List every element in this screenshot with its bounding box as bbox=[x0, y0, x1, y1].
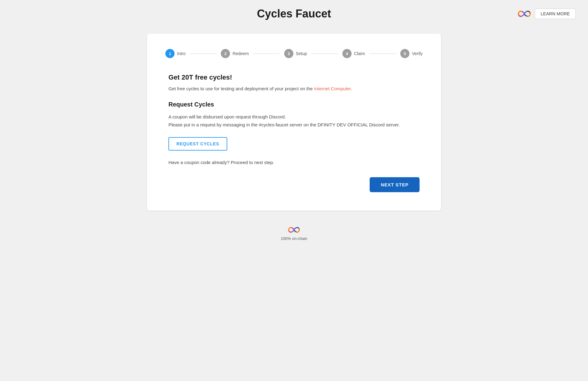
main-container: 1 Intro 2 Redeem 3 Setup 4 bbox=[0, 28, 588, 217]
request-cycles-button[interactable]: REQUEST CYCLES bbox=[168, 137, 227, 151]
step-4-circle: 4 bbox=[342, 49, 352, 58]
step-line-4 bbox=[369, 54, 396, 54]
step-1: 1 Intro bbox=[165, 49, 186, 58]
step-4-label: Claim bbox=[354, 51, 365, 56]
step-line-1 bbox=[190, 54, 217, 54]
coupon-note: Have a coupon code already? Proceed to n… bbox=[168, 160, 420, 165]
header-right: LEARN MORE bbox=[518, 9, 576, 19]
step-3-number: 3 bbox=[288, 51, 290, 56]
step-5: 5 Verify bbox=[400, 49, 423, 58]
step-5-label: Verify bbox=[412, 51, 423, 56]
step-2-label: Redeem bbox=[232, 51, 249, 56]
step-line-2 bbox=[253, 54, 280, 54]
page-title: Cycles Faucet bbox=[257, 7, 331, 20]
step-2-number: 2 bbox=[224, 51, 227, 56]
learn-more-button[interactable]: LEARN MORE bbox=[535, 9, 576, 19]
step-1-number: 1 bbox=[169, 51, 171, 56]
infinity-logo-footer bbox=[288, 226, 300, 234]
step-1-label: Intro bbox=[177, 51, 186, 56]
step-5-circle: 5 bbox=[400, 49, 409, 58]
step-5-number: 5 bbox=[404, 51, 406, 56]
step-2-circle: 2 bbox=[221, 49, 230, 58]
request-section-title: Request Cycles bbox=[168, 101, 420, 108]
infinity-logo-header bbox=[518, 9, 531, 18]
footer-text: 100% on-chain bbox=[281, 236, 307, 241]
main-title: Get 20T free cycles! bbox=[168, 73, 420, 81]
steps-progress: 1 Intro 2 Redeem 3 Setup 4 bbox=[165, 49, 423, 58]
header: Cycles Faucet LEARN MORE bbox=[0, 0, 588, 28]
step-3: 3 Setup bbox=[284, 49, 307, 58]
next-step-row: NEXT STEP bbox=[168, 177, 420, 192]
step-3-label: Setup bbox=[296, 51, 307, 56]
next-step-button[interactable]: NEXT STEP bbox=[370, 177, 420, 192]
internet-computer-link[interactable]: Internet Computer bbox=[314, 86, 351, 91]
main-description-prefix: Get free cycles to use for testing and d… bbox=[168, 86, 314, 91]
step-2: 2 Redeem bbox=[221, 49, 249, 58]
main-description: Get free cycles to use for testing and d… bbox=[168, 85, 420, 92]
coupon-description: A coupon will be disbursed upon request … bbox=[168, 113, 420, 129]
footer: 100% on-chain bbox=[0, 217, 588, 250]
step-4: 4 Claim bbox=[342, 49, 365, 58]
main-card: 1 Intro 2 Redeem 3 Setup 4 bbox=[147, 34, 441, 211]
coupon-description-text: A coupon will be disbursed upon request … bbox=[168, 114, 400, 127]
step-1-circle: 1 bbox=[165, 49, 175, 58]
main-description-suffix: . bbox=[351, 86, 352, 91]
step-3-circle: 3 bbox=[284, 49, 293, 58]
content-section: Get 20T free cycles! Get free cycles to … bbox=[165, 73, 423, 192]
step-4-number: 4 bbox=[346, 51, 348, 56]
step-line-3 bbox=[311, 54, 338, 54]
